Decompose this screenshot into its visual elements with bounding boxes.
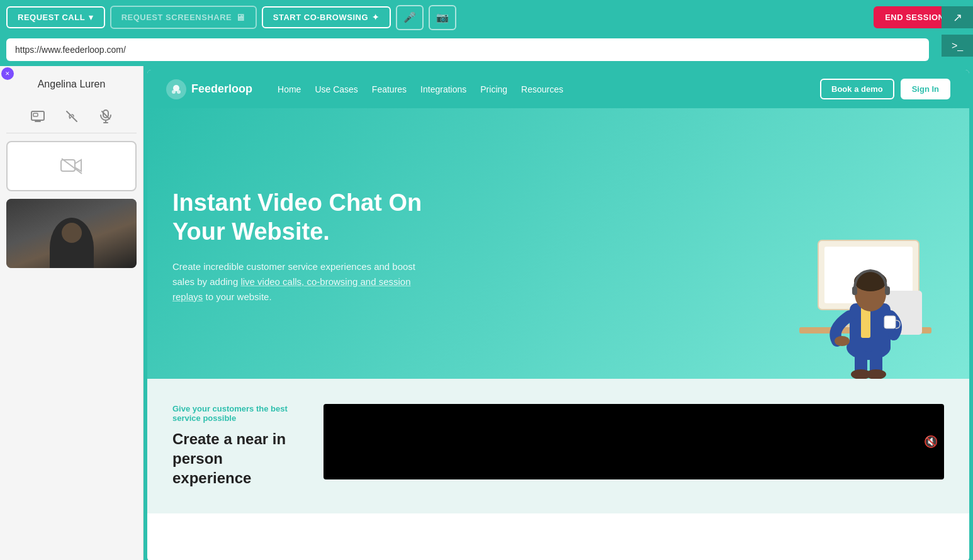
svg-rect-1	[33, 113, 38, 116]
cobrowse-icon: ✦	[372, 13, 380, 22]
screenshare-label: REQUEST SCREENSHARE	[121, 13, 232, 22]
request-screenshare-button[interactable]: REQUEST SCREENSHARE 🖥	[110, 6, 257, 29]
sidebar: ✕ Angelina Luren	[0, 66, 143, 560]
below-title: Create a near in person experience	[172, 429, 298, 488]
start-cobrowse-button[interactable]: START CO-BROWSING ✦	[262, 6, 391, 28]
nav-links: Home Use Cases Features Integrations Pri…	[278, 84, 801, 94]
below-fold-section: Give your customers the best service pos…	[147, 379, 969, 513]
svg-rect-3	[61, 160, 75, 171]
below-tagline: Give your customers the best service pos…	[172, 404, 298, 423]
hero-illustration	[787, 165, 944, 379]
nav-actions: Book a demo Sign In	[820, 79, 950, 99]
hero-text: Instant Video Chat On Your Website. Crea…	[172, 189, 437, 304]
expand-icon: ↗	[953, 11, 962, 25]
camera-button[interactable]: 📷	[429, 5, 456, 30]
hero-section: Instant Video Chat On Your Website. Crea…	[147, 108, 969, 379]
terminal-icon: >_	[952, 40, 963, 52]
logo-icon	[166, 79, 186, 99]
nav-pricing[interactable]: Pricing	[480, 84, 507, 94]
nav-features[interactable]: Features	[372, 84, 407, 94]
site-navbar: Feederloop Home Use Cases Features Integ…	[147, 70, 969, 108]
nav-integrations[interactable]: Integrations	[420, 84, 466, 94]
svg-point-6	[172, 90, 176, 94]
browser-content[interactable]: Feederloop Home Use Cases Features Integ…	[146, 69, 970, 560]
book-demo-button[interactable]: Book a demo	[820, 79, 894, 99]
main-layout: ✕ Angelina Luren	[0, 66, 973, 560]
user-controls	[6, 100, 137, 133]
nav-resources[interactable]: Resources	[521, 84, 563, 94]
url-input[interactable]	[6, 38, 929, 61]
end-session-label: END SESSION	[885, 13, 944, 22]
logo-text: Feederloop	[191, 82, 252, 96]
cursor-indicator: ✕	[1, 67, 14, 80]
hero-title: Instant Video Chat On Your Website.	[172, 189, 437, 246]
avatar-image	[6, 199, 137, 268]
hero-description: Create incredible customer service exper…	[172, 259, 437, 305]
svg-rect-19	[852, 286, 857, 295]
request-call-label: REQUEST CALL	[18, 13, 85, 22]
screen-share-control[interactable]	[26, 105, 49, 128]
below-fold-text: Give your customers the best service pos…	[172, 404, 298, 488]
svg-point-7	[177, 90, 181, 94]
svg-rect-26	[884, 316, 896, 328]
toolbar: REQUEST CALL ▾ REQUEST SCREENSHARE 🖥 STA…	[0, 0, 973, 35]
phone-slash-control[interactable]	[60, 105, 83, 128]
svg-point-21	[835, 336, 850, 346]
user-avatar-video	[6, 199, 137, 268]
nav-home[interactable]: Home	[278, 84, 301, 94]
nav-use-cases[interactable]: Use Cases	[315, 84, 357, 94]
camera-icon: 📷	[436, 11, 449, 23]
url-bar-container: >_	[0, 35, 973, 66]
user-name: Angelina Luren	[6, 76, 137, 92]
mute-button[interactable]: 🎤	[396, 5, 424, 30]
site-logo: Feederloop	[166, 79, 252, 99]
camera-off-box	[6, 141, 137, 191]
screenshare-icon: 🖥	[235, 12, 245, 23]
request-call-button[interactable]: REQUEST CALL ▾	[6, 6, 105, 28]
sign-in-button[interactable]: Sign In	[901, 79, 950, 99]
cursor-icon: ✕	[5, 70, 10, 77]
below-video-player[interactable]: 🔇	[323, 404, 944, 479]
volume-icon[interactable]: 🔇	[924, 435, 938, 449]
mute-icon: 🎤	[403, 11, 416, 23]
hero-highlight: live video calls, co-browsing and sessio…	[172, 276, 411, 302]
expand-right-button[interactable]: ↗	[942, 6, 973, 28]
cobrowse-label: START CO-BROWSING	[273, 13, 368, 22]
terminal-button[interactable]: >_	[942, 35, 973, 57]
svg-rect-20	[885, 286, 890, 295]
dropdown-arrow-icon: ▾	[89, 13, 94, 22]
mic-slash-control[interactable]	[94, 105, 117, 128]
svg-point-25	[866, 369, 886, 379]
